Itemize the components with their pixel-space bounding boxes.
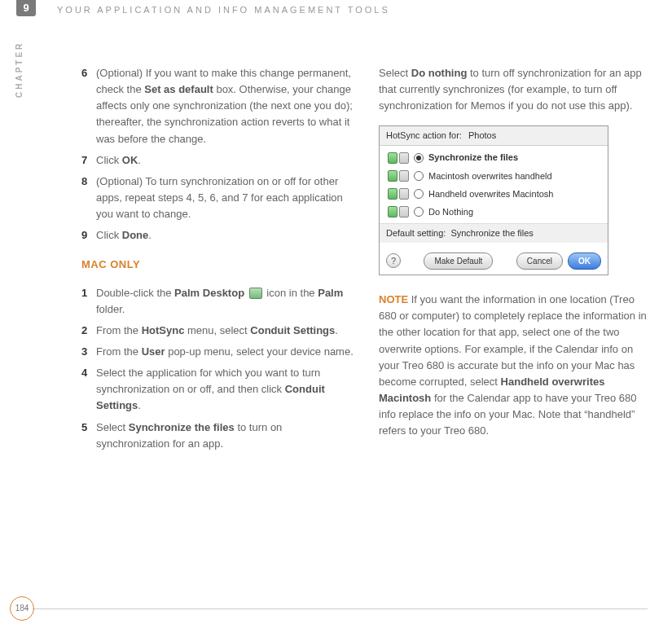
step-text: From the User pop-up menu, select your d… <box>96 344 354 360</box>
step-row: 1Double-click the Palm Desktop icon in t… <box>81 285 354 318</box>
cancel-button[interactable]: Cancel <box>516 253 563 270</box>
sync-direction-icon <box>388 206 409 217</box>
footer-divider <box>33 608 648 609</box>
option-label: Do Nothing <box>428 205 473 219</box>
mac-only-heading: MAC ONLY <box>81 257 354 273</box>
step-row: 4Select the application for which you wa… <box>81 365 354 414</box>
step-row: 6(Optional) If you want to make this cha… <box>81 65 354 147</box>
step-text: Select Synchronize the files to turn on … <box>96 420 354 452</box>
hotsync-option-row[interactable]: Do Nothing <box>388 205 600 219</box>
radio-button[interactable] <box>414 207 424 217</box>
dialog-header: HotSync action for: Photos <box>380 126 608 146</box>
step-text: (Optional) To turn synchronization on or… <box>96 174 354 222</box>
sync-direction-icon <box>388 152 409 164</box>
step-number: 6 <box>81 65 96 147</box>
step-text: Click Done. <box>96 227 354 244</box>
step-text: (Optional) If you want to make this chan… <box>96 65 354 147</box>
hotsync-option-row[interactable]: Macintosh overwrites handheld <box>388 169 600 183</box>
steps-list-a: 6(Optional) If you want to make this cha… <box>81 65 354 244</box>
step-number: 8 <box>81 174 96 222</box>
step-text: Select the application for which you wan… <box>96 365 354 414</box>
steps-list-b: 1Double-click the Palm Desktop icon in t… <box>81 285 354 452</box>
note-block: NOTE If you want the information in one … <box>379 292 652 439</box>
dialog-header-value: Photos <box>468 129 496 143</box>
dialog-header-label: HotSync action for: <box>386 129 462 143</box>
hotsync-option-row[interactable]: Handheld overwrites Macintosh <box>388 187 600 201</box>
radio-button[interactable] <box>414 153 424 163</box>
note-label: NOTE <box>379 293 408 305</box>
default-value: Synchronize the files <box>450 226 534 240</box>
ok-button[interactable]: OK <box>568 253 601 270</box>
content-columns: 6(Optional) If you want to make this cha… <box>81 65 652 457</box>
step-text: Double-click the Palm Desktop icon in th… <box>96 285 354 318</box>
step-number: 2 <box>81 323 96 339</box>
dialog-buttons: ? Make Default Cancel OK <box>380 248 608 275</box>
chapter-number-tab: 9 <box>16 0 36 16</box>
step-row: 7Click OK. <box>81 152 354 169</box>
default-label: Default setting: <box>386 226 446 240</box>
option-label: Handheld overwrites Macintosh <box>428 187 553 201</box>
right-column: Select Do nothing to turn off synchroniz… <box>379 65 652 457</box>
radio-button[interactable] <box>414 189 424 199</box>
step-number: 4 <box>81 365 96 414</box>
step-row: 9Click Done. <box>81 227 354 244</box>
right-intro-text: Select Do nothing to turn off synchroniz… <box>379 65 652 114</box>
left-column: 6(Optional) If you want to make this cha… <box>81 65 354 457</box>
option-label: Synchronize the files <box>428 151 518 165</box>
sync-direction-icon <box>388 170 409 182</box>
chapter-label: CHAPTER <box>15 42 24 98</box>
help-icon[interactable]: ? <box>386 253 401 268</box>
step-text: From the HotSync menu, select Conduit Se… <box>96 323 354 339</box>
step-number: 3 <box>81 344 96 360</box>
step-number: 7 <box>81 152 96 169</box>
page-title: YOUR APPLICATION AND INFO MANAGEMENT TOO… <box>57 5 390 15</box>
step-number: 1 <box>81 285 96 318</box>
hotsync-option-row[interactable]: Synchronize the files <box>388 151 600 165</box>
hotsync-dialog: HotSync action for: Photos Synchronize t… <box>379 125 608 275</box>
option-label: Macintosh overwrites handheld <box>428 169 552 183</box>
step-row: 8(Optional) To turn synchronization on o… <box>81 174 354 222</box>
dialog-body: Synchronize the filesMacintosh overwrite… <box>380 146 608 247</box>
sync-direction-icon <box>388 188 409 200</box>
make-default-button[interactable]: Make Default <box>424 253 493 270</box>
page-number: 184 <box>10 596 34 621</box>
default-setting-row: Default setting: Synchronize the files <box>380 223 608 243</box>
note-text: If you want the information in one locat… <box>379 293 647 437</box>
step-row: 3From the User pop-up menu, select your … <box>81 344 354 360</box>
step-text: Click OK. <box>96 152 354 169</box>
radio-button[interactable] <box>414 171 424 181</box>
palm-desktop-icon <box>249 288 262 299</box>
step-number: 5 <box>81 420 96 452</box>
step-row: 2From the HotSync menu, select Conduit S… <box>81 323 354 339</box>
step-number: 9 <box>81 227 96 244</box>
step-row: 5Select Synchronize the files to turn on… <box>81 420 354 452</box>
